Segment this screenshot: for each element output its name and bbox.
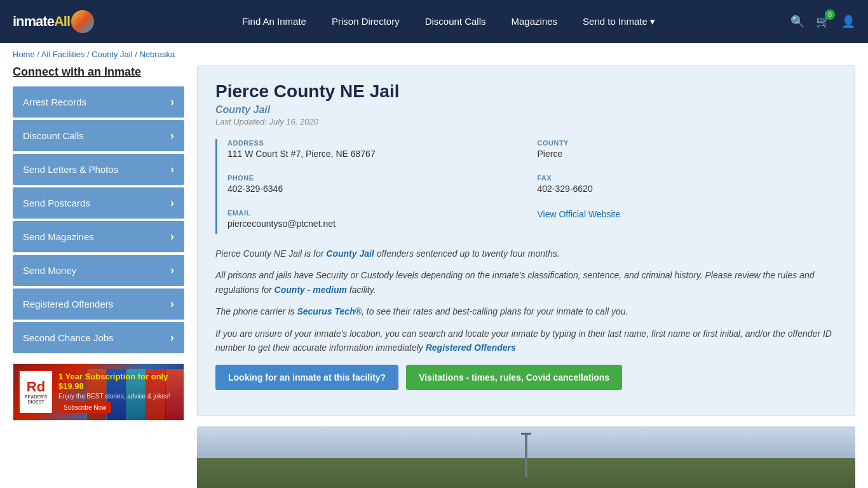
logo-all: All [54,13,70,29]
breadcrumb-home[interactable]: Home [13,50,35,59]
sidebar-item-registered-offenders[interactable]: Registered Offenders › [13,288,184,320]
chevron-right-icon: › [170,264,174,277]
detail-fax-group: FAX 402-329-6620 [538,174,837,194]
fax-label: FAX [538,174,837,182]
sidebar-item-discount-calls[interactable]: Discount Calls › [13,120,184,151]
chevron-right-icon: › [170,163,174,176]
main-content: Connect with an Inmate Arrest Records › … [0,65,868,488]
desc-para-3: The phone carrier is Securus Tech®, to s… [215,304,837,318]
ad-price: 1 Year Subscription for only $19.98 [58,372,179,391]
email-value: piercecountyso@ptcnet.net [227,219,527,229]
ad-text-content: 1 Year Subscription for only $19.98 Enjo… [58,372,179,413]
sidebar-label-second-chance-jobs: Second Chance Jobs [23,332,114,343]
ad-brand-short: Rd [27,379,45,395]
county-medium-link[interactable]: County - medium [275,285,347,295]
sidebar-item-arrest-records[interactable]: Arrest Records › [13,86,184,118]
nav-send-to-inmate[interactable]: Send to Inmate ▾ [583,16,655,27]
detail-address-group: ADDRESS 111 W Court St #7, Pierce, NE 68… [227,139,527,159]
facility-details: ADDRESS 111 W Court St #7, Pierce, NE 68… [215,139,837,234]
chevron-right-icon: › [170,129,174,142]
chevron-right-icon: › [170,95,174,109]
sidebar-item-send-magazines[interactable]: Send Magazines › [13,221,184,252]
image-tower [525,433,527,477]
logo-text: inmateAll [13,13,70,30]
ad-subtitle: Enjoy the BEST stories, advice & jokes! [58,393,179,400]
cart-icon[interactable]: 🛒 0 [816,15,830,29]
detail-email-group: EMAIL piercecountyso@ptcnet.net [227,209,527,229]
breadcrumb: Home / All Facilities / County Jail / Ne… [0,43,868,65]
chevron-right-icon: › [170,297,174,311]
phone-label: PHONE [227,174,527,182]
logo-icon [71,10,94,33]
chevron-right-icon: › [170,230,174,243]
county-jail-link[interactable]: County Jail [326,248,374,259]
ad-banner: Rd READER'S DIGEST 1 Year Subscription f… [13,363,184,421]
visitation-button[interactable]: Visitations - times, rules, Covid cancel… [406,365,622,390]
user-icon[interactable]: 👤 [841,15,855,29]
ad-subscribe-button[interactable]: Subscribe Now [58,402,111,413]
address-value: 111 W Court St #7, Pierce, NE 68767 [227,149,527,159]
sidebar-label-registered-offenders: Registered Offenders [23,299,113,309]
sidebar-label-arrest-records: Arrest Records [23,97,86,107]
sidebar-item-send-postcards[interactable]: Send Postcards › [13,187,184,219]
facility-image [197,426,855,488]
sidebar-item-second-chance-jobs[interactable]: Second Chance Jobs › [13,322,184,353]
breadcrumb-state[interactable]: Nebraska [139,50,175,59]
sidebar-item-send-money[interactable]: Send Money › [13,255,184,286]
ad-logo: Rd READER'S DIGEST [18,370,53,414]
email-label: EMAIL [227,209,527,217]
main-nav: Find An Inmate Prison Directory Discount… [126,16,771,27]
nav-find-inmate[interactable]: Find An Inmate [242,16,306,27]
facility-card: Pierce County NE Jail County Jail Last U… [197,65,855,416]
nav-actions: 🔍 🛒 0 👤 [790,15,855,29]
fax-value: 402-329-6620 [538,184,837,194]
desc-para-1: Pierce County NE Jail is for County Jail… [215,247,837,261]
sidebar-label-send-money: Send Money [23,265,76,276]
sidebar-title: Connect with an Inmate [13,65,184,79]
sidebar-label-send-letters: Send Letters & Photos [23,164,118,175]
sidebar-label-send-magazines: Send Magazines [23,231,94,242]
breadcrumb-county-jail[interactable]: County Jail [92,50,132,59]
ad-brand-full: READER'S DIGEST [20,395,52,404]
facility-name: Pierce County NE Jail [215,81,837,102]
facility-updated: Last Updated: July 16, 2020 [215,117,837,126]
address-label: ADDRESS [227,139,527,147]
detail-phone-group: PHONE 402-329-6346 [227,174,527,194]
sidebar-item-send-letters[interactable]: Send Letters & Photos › [13,154,184,185]
nav-prison-directory[interactable]: Prison Directory [332,16,400,27]
facility-type: County Jail [215,104,837,116]
detail-website-group: View Official Website [538,209,837,229]
sidebar-label-discount-calls: Discount Calls [23,130,84,141]
breadcrumb-all-facilities[interactable]: All Facilities [41,50,85,59]
chevron-right-icon: › [170,196,174,210]
search-icon[interactable]: 🔍 [790,15,804,29]
phone-value: 402-329-6346 [227,184,527,194]
nav-magazines[interactable]: Magazines [512,16,558,27]
securus-link[interactable]: Securus Tech® [297,306,362,316]
chevron-right-icon: › [170,331,174,344]
registered-offenders-link[interactable]: Registered Offenders [426,342,516,353]
site-header: inmateAll Find An Inmate Prison Director… [0,0,868,43]
county-value: Pierce [538,149,837,159]
sidebar-label-send-postcards: Send Postcards [23,198,90,208]
detail-county-group: COUNTY Pierce [538,139,837,159]
sidebar: Connect with an Inmate Arrest Records › … [13,65,184,488]
action-buttons: Looking for an inmate at this facility? … [215,365,837,390]
content-area: Pierce County NE Jail County Jail Last U… [197,65,855,488]
description-section: Pierce County NE Jail is for County Jail… [215,247,837,355]
desc-para-4: If you are unsure of your inmate's locat… [215,327,837,355]
logo[interactable]: inmateAll [13,10,94,33]
cart-badge: 0 [825,10,835,20]
desc-para-2: All prisons and jails have Security or C… [215,268,837,297]
find-inmate-button[interactable]: Looking for an inmate at this facility? [215,365,398,390]
nav-discount-calls[interactable]: Discount Calls [425,16,486,27]
county-label: COUNTY [538,139,837,147]
website-link[interactable]: View Official Website [538,209,621,219]
